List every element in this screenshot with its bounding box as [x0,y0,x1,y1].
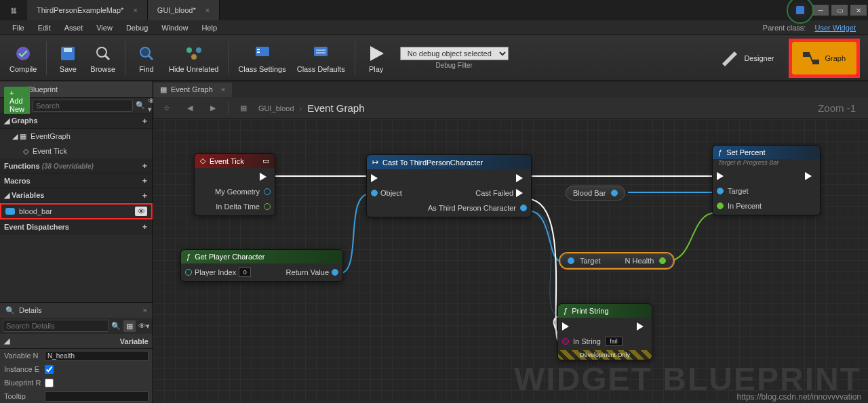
in-string-input[interactable] [605,337,623,346]
find-button[interactable]: Find [130,41,163,76]
svg-line-7 [149,56,153,60]
window-tab-map[interactable]: ThirdPersonExampleMap* × [27,0,148,20]
class-settings-label: Class Settings [238,65,285,73]
search-icon[interactable]: 🔍 [136,101,145,110]
details-search-input[interactable] [3,320,108,332]
eventgraph-item[interactable]: ◢ ▦ EventGraph [0,129,153,144]
hide-unrelated-button[interactable]: Hide Unrelated [163,41,224,76]
browse-icon [93,43,113,64]
field-label: Blueprint R [4,379,42,387]
event-tick-item[interactable]: ◇ Event Tick [0,144,153,158]
compile-button[interactable]: Compile [4,41,42,76]
close-icon[interactable]: × [143,306,147,314]
menu-view[interactable]: View [90,22,119,34]
details-icon: 🔍 [5,306,15,315]
breadcrumb: GUI_blood › Event Graph [258,102,364,114]
save-button[interactable]: Save [51,41,85,76]
event-dispatchers-category[interactable]: Event Dispatchers＋ [0,219,153,234]
graph-type-icon[interactable]: ▦ [235,100,252,116]
tab-label: GUI_blood* [157,6,196,14]
variables-category[interactable]: ◢ Variables＋ [0,188,153,203]
ue-logo: 𝖚 [0,0,27,20]
save-label: Save [60,65,77,73]
browse-label: Browse [90,65,115,73]
event-graph-tab[interactable]: ▦ Event Graph × [153,83,232,97]
defaults-icon [311,43,331,64]
close-icon[interactable]: × [221,85,225,93]
class-defaults-label: Class Defaults [297,65,345,73]
add-variable-button[interactable]: ＋ [141,190,149,200]
window-tab-gui-blood[interactable]: GUI_blood* × [148,0,220,20]
graph-button[interactable]: Graph [792,42,856,75]
debug-object-select[interactable]: No debug object selected [400,47,509,60]
svg-point-6 [140,47,150,57]
blueprint-search-input[interactable] [33,100,133,112]
variable-blood-bar[interactable]: blood_bar 👁 [0,203,153,219]
node-print-string[interactable]: ƒPrint String In String Development Only [557,303,652,360]
class-defaults-button[interactable]: Class Defaults [292,41,351,76]
designer-button[interactable]: Designer [709,42,785,75]
add-graph-button[interactable]: ＋ [141,116,149,126]
node-get-player-character[interactable]: ƒGet Player Character Player Index Retur… [180,249,343,282]
back-button[interactable]: ◀ [182,100,198,116]
svg-point-1 [16,47,30,60]
node-subtitle: Target is Progress Bar [713,159,820,167]
variable-visibility-icon[interactable]: 👁 [135,207,147,216]
node-set-percent[interactable]: ƒSet Percent Target is Progress Bar Targ… [712,145,821,215]
favorite-button[interactable]: ☆ [159,100,175,116]
svg-rect-13 [257,51,260,53]
minimize-button[interactable]: ─ [812,5,829,16]
close-icon[interactable]: × [133,6,137,14]
node-cast-thirdpersoncharacter[interactable]: ↦Cast To ThirdPersonCharacter ObjectCast… [366,154,532,217]
menu-asset[interactable]: Asset [58,22,90,34]
graph-label: Graph [825,54,846,62]
parent-class-label: Parent class: [756,22,813,34]
details-panel: 🔍 Details × 🔍 ▦ 👁▾ ◢ Variable Variable N… [0,302,153,403]
variable-name-input[interactable] [45,351,149,361]
functions-category[interactable]: Functions (38 Overridable)＋ [0,158,153,173]
menu-file[interactable]: File [5,22,31,34]
forward-button[interactable]: ▶ [205,100,221,116]
play-button[interactable]: Play [359,41,393,76]
debug-filter: No debug object selected Debug Filter [400,47,509,69]
graph-area: ▦ Event Graph × ☆ ◀ ▶ ▦ GUI_blood › Even… [153,81,868,403]
node-blood-bar-variable[interactable]: Blood Bar [566,186,625,200]
parent-class-link[interactable]: User Widget [814,24,856,32]
play-label: Play [369,65,383,73]
browse-button[interactable]: Browse [85,41,121,76]
graphs-category[interactable]: ◢ Graphs＋ [0,114,153,129]
menu-edit[interactable]: Edit [31,22,58,34]
details-tab[interactable]: 🔍 Details × [0,303,153,318]
blueprint-readonly-row: Blueprint R [0,376,153,389]
class-settings-button[interactable]: Class Settings [233,41,291,76]
add-function-button[interactable]: ＋ [141,161,149,171]
window-tabs: ThirdPersonExampleMap* × GUI_blood* × [27,0,220,20]
add-dispatcher-button[interactable]: ＋ [141,221,149,232]
graph-canvas[interactable]: ◇Event Tick▭ My Geometry In Delta Time ƒ… [153,119,868,403]
close-icon[interactable]: × [205,6,210,14]
menu-window[interactable]: Window [155,22,195,34]
maximize-button[interactable]: ▭ [831,5,848,16]
variable-section[interactable]: ◢ Variable [0,334,153,349]
macros-category[interactable]: Macros＋ [0,173,153,188]
breadcrumb-root[interactable]: GUI_blood [258,104,294,112]
tab-label: ThirdPersonExampleMap* [37,6,123,14]
menu-debug[interactable]: Debug [119,22,155,34]
my-blueprint-panel: ▤ My Blueprint + Add New ▾ 🔍 👁▾ ◢ Graphs… [0,81,153,403]
visibility-icon[interactable]: 👁▾ [138,322,150,331]
node-target-nhealth[interactable]: Target N Health [560,253,673,268]
svg-rect-3 [64,48,72,52]
close-button[interactable]: ✕ [850,5,867,16]
grid-icon[interactable]: ▦ [123,320,136,332]
toolbar: Compile Save Browse Find Hide Unrelated … [0,35,868,81]
tooltip-input[interactable] [45,391,149,402]
svg-rect-12 [257,49,260,50]
node-event-tick[interactable]: ◇Event Tick▭ My Geometry In Delta Time [194,153,275,216]
player-index-input[interactable] [239,268,251,277]
designer-label: Designer [744,54,774,62]
blueprint-readonly-checkbox[interactable] [45,379,54,387]
search-icon[interactable]: 🔍 [111,322,121,331]
menu-help[interactable]: Help [195,22,224,34]
instance-editable-checkbox[interactable] [45,365,54,374]
add-macro-button[interactable]: ＋ [141,175,149,186]
